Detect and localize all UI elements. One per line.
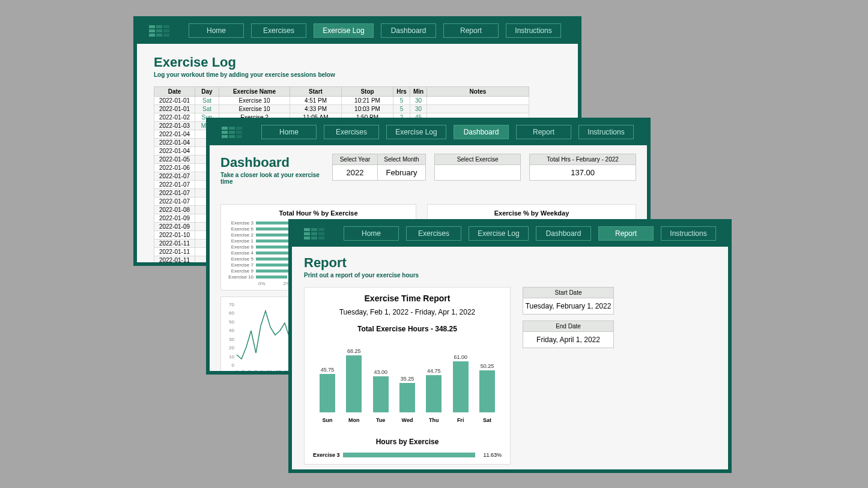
navbar: Home Exercises Exercise Log Dashboard Re…	[137, 20, 578, 44]
select-year[interactable]: Select Year 2022	[332, 154, 378, 181]
nav-report[interactable]: Report	[443, 23, 499, 38]
col-notes: Notes	[427, 87, 529, 97]
navbar: Home Exercises Exercise Log Dashboard Re…	[292, 223, 728, 247]
navbar: Home Exercises Exercise Log Dashboard Re…	[210, 121, 647, 145]
chart-title: Total Hour % by Exercise	[228, 209, 408, 217]
report-window: Home Exercises Exercise Log Dashboard Re…	[288, 219, 732, 473]
nav-dashboard[interactable]: Dashboard	[536, 226, 591, 241]
hbe-label: Exercise 3	[313, 452, 343, 458]
col-date: Date	[154, 87, 195, 97]
col-day: Day	[195, 87, 219, 97]
report-card-title: Exercise Time Report	[313, 294, 502, 303]
col-name: Exercise Name	[219, 87, 290, 97]
select-month-value: February	[378, 165, 425, 180]
report-date-range: Tuesday, Feb 1, 2022 - Friday, Apr 1, 20…	[313, 308, 502, 316]
page-title: Report	[304, 255, 716, 271]
select-year-label: Select Year	[333, 154, 377, 165]
nav-home[interactable]: Home	[189, 23, 244, 38]
start-date-input[interactable]: Start Date Tuesday, February 1, 2022	[523, 287, 614, 315]
table-row[interactable]: 2022-01-01SatExercise 104:33 PM10:03 PM5…	[154, 105, 529, 113]
end-date-input[interactable]: End Date Friday, April 1, 2022	[523, 321, 614, 348]
nav-exercise-log[interactable]: Exercise Log	[314, 23, 374, 38]
start-date-value: Tuesday, February 1, 2022	[523, 298, 613, 314]
end-date-value: Friday, April 1, 2022	[523, 332, 613, 348]
nav-exercises[interactable]: Exercises	[251, 23, 306, 38]
day-bar: 45.75Sun	[317, 367, 338, 423]
select-year-month-group: Select Year 2022 Select Month February	[332, 154, 426, 181]
select-exercise-value	[435, 165, 520, 180]
select-exercise-label: Select Exercise	[435, 154, 520, 165]
page-title: Exercise Log	[154, 55, 561, 70]
page-subtitle: Take a closer look at your exercise time	[220, 172, 324, 185]
select-exercise[interactable]: Select Exercise	[434, 154, 521, 181]
page-title: Dashboard	[220, 155, 324, 170]
nav-exercises[interactable]: Exercises	[406, 226, 461, 241]
nav-exercise-log[interactable]: Exercise Log	[386, 125, 446, 139]
day-bar: 61.00Fri	[450, 354, 472, 423]
nav-home[interactable]: Home	[261, 125, 317, 139]
logo-icon	[304, 228, 324, 239]
page-subtitle: Log your workout time by adding your exe…	[154, 71, 561, 78]
col-min: Min	[410, 87, 427, 97]
logo-icon	[222, 127, 242, 138]
select-year-value: 2022	[333, 165, 377, 180]
chart-title: Exercise % by Weekday	[435, 209, 628, 217]
hours-by-exercise-title: Hours by Exercise	[313, 438, 502, 446]
day-bar: 50.25Sat	[476, 363, 498, 423]
chart-hours-by-day: 45.75Sun68.25Mon43.00Tue35.25Wed44.75Thu…	[313, 351, 502, 423]
total-hours-box: Total Hrs - February - 2022 137.00	[529, 154, 636, 181]
nav-exercise-log[interactable]: Exercise Log	[469, 226, 529, 241]
page-subtitle: Print out a report of your exercise hour…	[304, 272, 716, 279]
report-total-hours: Total Exercise Hours - 348.25	[313, 325, 502, 333]
select-month[interactable]: Select Month February	[378, 154, 426, 181]
day-bar: 43.00Tue	[370, 369, 392, 423]
total-hours-value: 137.00	[530, 165, 636, 180]
nav-home[interactable]: Home	[344, 226, 399, 241]
nav-dashboard[interactable]: Dashboard	[381, 23, 436, 38]
logo-icon	[149, 25, 169, 37]
col-hrs: Hrs	[393, 87, 410, 97]
day-bar: 68.25Mon	[343, 348, 365, 423]
nav-instructions[interactable]: Instructions	[578, 125, 634, 139]
day-bar: 35.25Wed	[396, 376, 418, 423]
total-hours-label: Total Hrs - February - 2022	[530, 154, 636, 165]
table-row[interactable]: 2022-01-01SatExercise 104:51 PM10:21 PM5…	[154, 97, 529, 105]
day-bar: 44.75Thu	[423, 368, 445, 423]
hbe-bar	[343, 453, 475, 457]
col-start: Start	[290, 87, 342, 97]
end-date-label: End Date	[523, 321, 613, 332]
select-month-label: Select Month	[378, 154, 425, 165]
nav-dashboard[interactable]: Dashboard	[454, 125, 509, 139]
col-stop: Stop	[342, 87, 393, 97]
nav-report[interactable]: Report	[516, 125, 571, 139]
nav-exercises[interactable]: Exercises	[324, 125, 379, 139]
start-date-label: Start Date	[523, 288, 613, 298]
report-card: Exercise Time Report Tuesday, Feb 1, 202…	[304, 287, 511, 465]
hours-by-exercise-row: Exercise 3 11.63%	[313, 452, 502, 458]
nav-instructions[interactable]: Instructions	[661, 226, 716, 241]
nav-report[interactable]: Report	[598, 226, 654, 241]
hbe-pct: 11.63%	[483, 452, 502, 458]
nav-instructions[interactable]: Instructions	[506, 23, 561, 38]
